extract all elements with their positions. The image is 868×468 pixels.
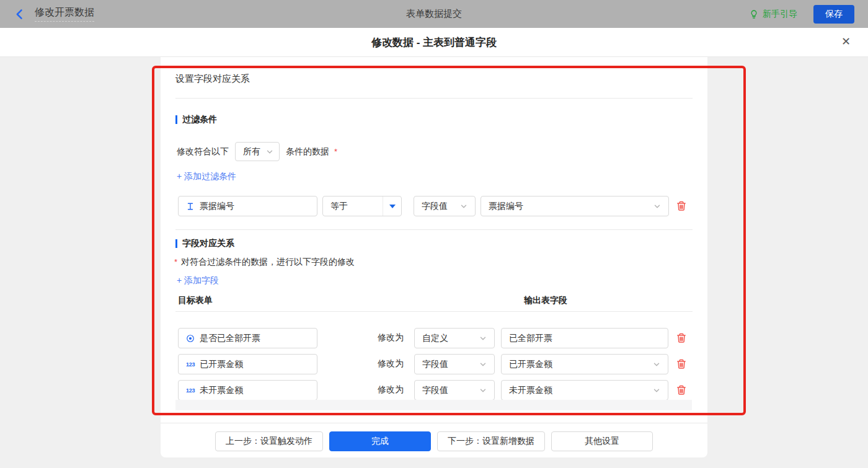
output-value-field[interactable]: 未开票金额: [501, 380, 668, 400]
filter-value-type-select[interactable]: 字段值: [414, 196, 476, 216]
lightbulb-icon: [749, 9, 759, 19]
add-field-link[interactable]: + 添加字段: [177, 275, 219, 286]
modify-mode-value: 字段值: [422, 385, 448, 396]
mapping-hint-text: 对符合过滤条件的数据，进行以下字段的修改: [181, 257, 355, 268]
modify-to-label: 修改为: [378, 358, 404, 369]
topbar: 修改开票数据 表单数据提交 新手引导 保存: [0, 0, 868, 28]
beginner-guide-link[interactable]: 新手引导: [749, 9, 797, 20]
chevron-down-icon: [460, 203, 467, 210]
topbar-center-title: 表单数据提交: [0, 8, 868, 20]
mapping-row: 123 是否已全部开票 修改为 自定义 已全部开票: [161, 328, 707, 348]
modify-to-label: 修改为: [378, 384, 404, 395]
output-value: 已全部开票: [509, 333, 552, 344]
mapping-hint: * 对符合过滤条件的数据，进行以下字段的修改: [175, 257, 355, 268]
filter-operator-select[interactable]: 等于: [322, 196, 402, 216]
condition-scope-value: 所有: [243, 146, 260, 157]
footer-buttons: 上一步：设置触发动作 完成 下一步：设置新增数据 其他设置: [161, 431, 707, 451]
modify-mode-value: 字段值: [422, 359, 448, 370]
accent-bar: [175, 239, 177, 248]
filter-condition-row: 票据编号 等于 字段值 票据编号: [161, 196, 707, 216]
filter-section-title: 过滤条件: [175, 114, 217, 125]
delete-row-icon[interactable]: [676, 332, 687, 343]
output-value: 已开票金额: [509, 359, 552, 370]
modify-mode-select[interactable]: 字段值: [414, 380, 495, 400]
next-step-button[interactable]: 下一步：设置新增数据: [437, 431, 545, 451]
mapping-section-title: 字段对应关系: [175, 238, 234, 249]
chevron-down-icon: [653, 361, 660, 368]
filter-operator-value: 等于: [323, 201, 378, 212]
chevron-down-icon: [653, 203, 661, 210]
dialog-title-bar: 修改数据 - 主表到普通字段 ✕: [0, 28, 868, 57]
output-value-field[interactable]: 已开票金额: [501, 354, 668, 374]
condition-scope-select[interactable]: 所有: [235, 142, 280, 161]
flow-title[interactable]: 修改开票数据: [35, 6, 94, 22]
divider: [175, 229, 693, 230]
scroll-cutoff-strip: [175, 400, 692, 410]
condition-prefix: 修改符合以下: [177, 146, 229, 157]
number-field-icon: 123: [186, 387, 195, 394]
guide-label: 新手引导: [763, 9, 797, 20]
footer-divider: [161, 423, 707, 423]
target-field-label: 已开票金额: [200, 359, 243, 370]
output-value-field[interactable]: 已全部开票: [501, 328, 668, 348]
chevron-down-icon: [479, 361, 487, 368]
settings-card: 设置字段对应关系 过滤条件 修改符合以下 所有 条件的数据 * + 添加过滤条件…: [161, 57, 707, 457]
radio-field-icon: [186, 334, 195, 343]
condition-suffix: 条件的数据: [286, 146, 329, 157]
condition-line: 修改符合以下 所有 条件的数据 *: [177, 141, 337, 162]
mapping-row: 123 已开票金额 修改为 字段值 已开票金额: [161, 354, 707, 374]
triangle-down-icon: [389, 205, 396, 208]
text-field-icon: [186, 202, 195, 211]
modify-mode-select[interactable]: 字段值: [414, 354, 495, 374]
close-icon[interactable]: ✕: [841, 36, 851, 47]
add-filter-condition-link[interactable]: + 添加过滤条件: [177, 171, 236, 182]
delete-row-icon[interactable]: [676, 384, 687, 395]
number-field-icon: 123: [186, 361, 195, 368]
filter-value: 票据编号: [489, 201, 523, 212]
mapping-row: 123 未开票金额 修改为 字段值 未开票金额: [161, 380, 707, 400]
output-value: 未开票金额: [509, 385, 552, 396]
accent-bar: [175, 115, 177, 124]
target-field-label: 未开票金额: [200, 385, 243, 396]
column-header-target: 目标表单: [178, 295, 213, 306]
done-button[interactable]: 完成: [329, 431, 431, 451]
dialog-title: 修改数据 - 主表到普通字段: [371, 35, 497, 50]
operator-caret-zone[interactable]: [383, 196, 401, 216]
column-header-output: 输出表字段: [524, 295, 567, 306]
required-mark: *: [334, 147, 337, 156]
delete-row-icon[interactable]: [676, 358, 687, 369]
filter-value-select[interactable]: 票据编号: [480, 196, 669, 216]
modify-mode-value: 自定义: [422, 333, 448, 344]
screen: 修改开票数据 表单数据提交 新手引导 保存 修改数据 - 主表到普通字段 ✕ 设…: [0, 0, 868, 468]
save-button[interactable]: 保存: [813, 5, 854, 24]
divider: [175, 98, 693, 99]
required-mark: *: [174, 257, 177, 267]
modify-to-label: 修改为: [378, 332, 404, 343]
target-field-label: 是否已全部开票: [200, 333, 260, 344]
modify-mode-select[interactable]: 自定义: [414, 328, 495, 348]
card-header: 设置字段对应关系: [175, 73, 250, 85]
prev-step-button[interactable]: 上一步：设置触发动作: [215, 431, 323, 451]
other-settings-button[interactable]: 其他设置: [551, 431, 653, 451]
chevron-down-icon: [479, 335, 487, 342]
back-icon[interactable]: [14, 8, 26, 20]
delete-row-icon[interactable]: [676, 200, 687, 211]
filter-field-label: 票据编号: [200, 201, 234, 212]
chevron-down-icon: [653, 387, 660, 394]
target-field-box[interactable]: 123 是否已全部开票: [178, 328, 317, 348]
target-field-box[interactable]: 123 已开票金额: [178, 354, 317, 374]
target-field-box[interactable]: 123 未开票金额: [178, 380, 317, 400]
divider: [175, 311, 693, 312]
chevron-down-icon: [266, 148, 273, 156]
filter-value-type: 字段值: [422, 201, 448, 212]
chevron-down-icon: [479, 387, 487, 394]
mapping-rows: 123 是否已全部开票 修改为 自定义 已全部开票 123 已开票金额 修改为 …: [161, 328, 707, 406]
filter-field-box[interactable]: 票据编号: [178, 196, 317, 216]
